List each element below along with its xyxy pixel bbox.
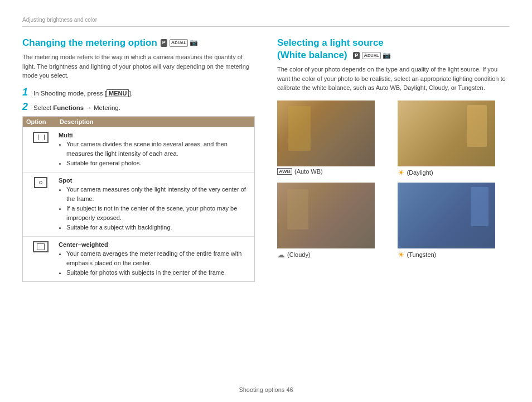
photo-cloudy (277, 183, 375, 248)
table-row: Multi Your camera divides the scene into… (23, 127, 254, 172)
page-container: Adjusting brightness and color Changing … (0, 0, 532, 402)
breadcrumb: Adjusting brightness and color (22, 17, 510, 27)
left-column: Changing the metering option P ADUAL 📷 T… (22, 37, 255, 282)
table-header: Option Description (23, 117, 254, 127)
caption-tungsten: ☀· (Tungsten) (398, 250, 510, 259)
dual-badge-right: ADUAL (362, 52, 380, 60)
menu-key: MENU (107, 89, 129, 97)
photo-tungsten (398, 183, 495, 248)
camera-icon: 📷 (190, 39, 198, 47)
image-item-tungsten: ☀· (Tungsten) (398, 183, 510, 259)
image-item-cloudy: ☁ (Cloudy) (277, 183, 390, 259)
photo-daylight (398, 100, 495, 166)
spot-bullets: Your camera measures only the light inte… (66, 185, 251, 232)
center-icon (33, 241, 49, 252)
cloudy-icon: ☁ (277, 250, 285, 259)
photo-sim-auto-wb (277, 100, 375, 166)
caption-daylight: ☀ (Daylight) (398, 168, 510, 177)
right-section-title: Selecting a light source (White balance)… (277, 37, 510, 61)
spot-title: Spot (59, 176, 251, 185)
spot-icon (34, 177, 47, 188)
p-badge-right: P (353, 52, 360, 60)
center-desc: Center–weighted Your camera averages the… (59, 240, 251, 278)
spot-inner-circle (39, 181, 42, 184)
photo-sim-cloudy (277, 183, 375, 248)
multi-title: Multi (59, 131, 251, 140)
camera-icon-right: 📷 (383, 51, 391, 60)
photo-sim-tungsten (398, 183, 495, 248)
tungsten-icon: ☀· (398, 250, 405, 259)
step-1: 1 In Shooting mode, press [MENU]. (22, 87, 255, 97)
multi-desc: Multi Your camera divides the scene into… (59, 131, 251, 169)
page-footer: Shooting options 46 (0, 386, 532, 393)
center-bullets: Your camera averages the meter reading o… (66, 249, 251, 277)
center-icon-cell (26, 240, 55, 252)
functions-bold: Functions (53, 104, 84, 111)
list-item: Suitable for photos with subjects in the… (66, 268, 251, 277)
list-item: Suitable for general photos. (66, 159, 251, 168)
footer-text: Shooting options 46 (239, 386, 293, 393)
photo-sim-daylight (398, 100, 495, 166)
awb-icon: AWB (277, 168, 292, 175)
right-title-icons: P ADUAL 📷 (353, 51, 390, 60)
list-item: Your camera measures only the light inte… (66, 185, 251, 203)
p-badge: P (161, 39, 167, 47)
daylight-icon: ☀ (398, 168, 405, 177)
multi-icon (33, 132, 49, 143)
caption-cloudy: ☁ (Cloudy) (277, 250, 390, 259)
col-desc-header: Description (60, 118, 251, 125)
dual-badge: ADUAL (170, 39, 188, 47)
left-section-title: Changing the metering option P ADUAL 📷 (22, 37, 255, 49)
spot-desc: Spot Your camera measures only the light… (59, 176, 251, 233)
center-title: Center–weighted (59, 240, 251, 250)
list-item: Your camera averages the meter reading o… (66, 249, 251, 267)
image-item-auto-wb: AWB (Auto WB) (277, 100, 390, 177)
white-balance-grid: AWB (Auto WB) ☀ (Daylight) (277, 100, 510, 259)
two-column-layout: Changing the metering option P ADUAL 📷 T… (22, 37, 510, 282)
caption-auto-wb: AWB (Auto WB) (277, 168, 390, 175)
multi-icon-cell (26, 131, 55, 143)
metering-table: Option Description Multi Your camera div… (22, 116, 255, 282)
left-title-icons: P ADUAL 📷 (161, 39, 198, 47)
step-2: 2 Select Functions → Metering. (22, 102, 255, 112)
list-item: Your camera divides the scene into sever… (66, 140, 251, 158)
photo-auto-wb (277, 100, 375, 166)
col-option-header: Option (26, 118, 60, 125)
image-item-daylight: ☀ (Daylight) (398, 100, 510, 177)
right-section-desc: The color of your photo depends on the t… (277, 65, 510, 93)
multi-bullets: Your camera divides the scene into sever… (66, 140, 251, 168)
list-item: If a subject is not in the center of the… (66, 204, 251, 222)
spot-icon-cell (26, 176, 55, 188)
table-row: Center–weighted Your camera averages the… (23, 236, 254, 281)
right-column: Selecting a light source (White balance)… (277, 37, 510, 282)
left-section-desc: The metering mode refers to the way in w… (22, 52, 255, 80)
list-item: Suitable for a subject with backlighting… (66, 223, 251, 232)
center-inner-box (37, 243, 45, 250)
table-row: Spot Your camera measures only the light… (23, 172, 254, 236)
